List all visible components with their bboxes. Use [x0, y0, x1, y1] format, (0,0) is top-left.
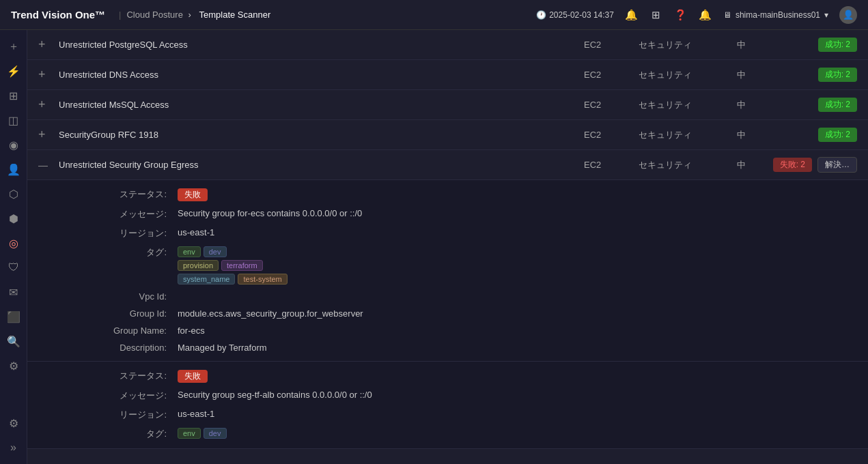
rule-name: SecurityGroup RFC 1918: [59, 130, 584, 140]
resource-type: EC2: [584, 100, 639, 110]
expand-button[interactable]: +: [38, 38, 59, 52]
sidebar-item-users[interactable]: 👤: [3, 158, 25, 180]
expand-button[interactable]: +: [38, 68, 59, 82]
sidebar-item-search[interactable]: 🔍: [3, 330, 25, 352]
message-label: メッセージ:: [82, 208, 178, 220]
fail-badge-2: 失敗: [178, 370, 208, 383]
group-id-label: Group Id:: [82, 308, 178, 319]
sidebar-item-alert[interactable]: ◎: [3, 232, 25, 254]
tag-dev-2: dev: [204, 428, 227, 439]
tags-value: env dev provision terraform system_name …: [178, 246, 827, 285]
table-row: + SecurityGroup RFC 1918 EC2 セキュリティ 中 成功…: [27, 120, 868, 150]
topbar-right: 🕐 2025-02-03 14:37 🔔 ⊞ ❓ 🔔 🖥 shima-mainB…: [536, 6, 857, 24]
table-row: + Unrestricted PostgreSQL Access EC2 セキュ…: [27, 30, 868, 60]
breadcrumb-current: Template Scanner: [199, 10, 270, 20]
category: セキュリティ: [639, 69, 720, 81]
group-name-value: for-ecs: [178, 325, 827, 336]
rule-name: Unrestricted DNS Access: [59, 70, 584, 80]
status-cell: 失敗: 2 解決…: [761, 157, 857, 173]
description-value: Managed by Terraform: [178, 343, 827, 353]
tag-system-name: system_name: [178, 274, 235, 285]
tag-dev: dev: [204, 246, 227, 257]
vpc-id-label: Vpc Id:: [82, 291, 178, 302]
sidebar-item-database[interactable]: ⬡: [3, 183, 25, 205]
sidebar-item-shield[interactable]: 🛡: [3, 257, 25, 278]
username-label: shima-mainBusiness01: [736, 10, 820, 20]
status-label-2: ステータス:: [82, 370, 178, 382]
status-value: 失敗: [178, 188, 827, 201]
user-dropdown-icon: ▾: [824, 10, 828, 20]
results-table: + Unrestricted PostgreSQL Access EC2 セキュ…: [27, 30, 868, 449]
tags-container-2: provision terraform: [178, 260, 827, 271]
resolve-button[interactable]: 解決…: [817, 157, 857, 173]
category: セキュリティ: [639, 99, 720, 111]
status-badge: 成功: 2: [818, 38, 857, 52]
user-menu[interactable]: 🖥 shima-mainBusiness01 ▾: [723, 10, 828, 20]
description-label: Description:: [82, 343, 178, 353]
region-label-2: リージョン:: [82, 409, 178, 421]
region-value-2: us-east-1: [178, 409, 827, 419]
clock-icon: 🕐: [536, 10, 546, 20]
sidebar-item-terminal[interactable]: ⬛: [3, 306, 25, 328]
resource-type: EC2: [584, 70, 639, 80]
severity: 中: [720, 159, 761, 171]
category: セキュリティ: [639, 39, 720, 51]
category: セキュリティ: [639, 159, 720, 171]
main-content: + Unrestricted PostgreSQL Access EC2 セキュ…: [27, 30, 868, 464]
status-label: ステータス:: [82, 188, 178, 201]
severity: 中: [720, 39, 761, 51]
tags-container: env dev: [178, 246, 827, 257]
rule-name: Unrestricted Security Group Egress: [59, 160, 584, 170]
sidebar-item-bolt[interactable]: ⚡: [3, 60, 25, 82]
expand-button[interactable]: —: [38, 160, 59, 171]
sidebar-item-scan[interactable]: ◉: [3, 134, 25, 156]
help-icon[interactable]: ❓: [674, 8, 688, 22]
breadcrumb-sep: ›: [188, 10, 191, 20]
datetime-display: 🕐 2025-02-03 14:37: [536, 10, 614, 20]
detail-row: ステータス: 失敗 メッセージ: Security group for-ecs …: [27, 180, 868, 362]
topbar-divider: |: [119, 10, 121, 20]
breadcrumb-root[interactable]: Cloud Posture: [126, 10, 182, 20]
sidebar-item-grid[interactable]: ⊞: [3, 85, 25, 106]
tag-env-2: env: [178, 428, 201, 439]
grid-apps-icon[interactable]: ⊞: [649, 8, 663, 22]
sidebar-item-add[interactable]: ＋: [3, 35, 25, 57]
app-logo: Trend Vision One™: [11, 9, 105, 20]
expand-button[interactable]: +: [38, 98, 59, 112]
status-cell: 成功: 2: [761, 68, 857, 82]
status-cell: 成功: 2: [761, 38, 857, 52]
breadcrumb: Cloud Posture › Template Scanner: [126, 10, 273, 20]
fail-badge: 失敗: [178, 188, 208, 201]
status-badge: 成功: 2: [818, 68, 857, 82]
message-value: Security group for-ecs contains 0.0.0.0/…: [178, 208, 827, 218]
sidebar-item-mail[interactable]: ✉: [3, 281, 25, 303]
sidebar-item-layers[interactable]: ◫: [3, 109, 25, 131]
severity: 中: [720, 99, 761, 111]
tag-provision: provision: [178, 260, 219, 271]
detail-row-2: ステータス: 失敗 メッセージ: Security group seg-tf-a…: [27, 362, 868, 449]
tag-terraform: terraform: [221, 260, 263, 271]
status-badge-fail: 失敗: 2: [773, 158, 812, 172]
tag-env: env: [178, 246, 201, 257]
resource-type: EC2: [584, 130, 639, 140]
topbar: Trend Vision One™ | Cloud Posture › Temp…: [0, 0, 868, 30]
message-label-2: メッセージ:: [82, 390, 178, 402]
status-badge: 成功: 2: [818, 128, 857, 142]
status-badge: 成功: 2: [818, 98, 857, 112]
sidebar-item-group[interactable]: ⬢: [3, 207, 25, 229]
detail-grid: ステータス: 失敗 メッセージ: Security group for-ecs …: [82, 188, 827, 353]
expand-button[interactable]: +: [38, 128, 59, 142]
table-row: — Unrestricted Security Group Egress EC2…: [27, 150, 868, 180]
sidebar-item-config[interactable]: ⚙: [3, 412, 25, 434]
sidebar-item-settings-group[interactable]: ⚙: [3, 355, 25, 377]
sidebar-item-more[interactable]: »: [3, 437, 25, 459]
status-cell: 成功: 2: [761, 98, 857, 112]
avatar[interactable]: 👤: [839, 6, 857, 24]
group-name-label: Group Name:: [82, 325, 178, 336]
tags-label-2: タグ:: [82, 428, 178, 440]
alert-icon[interactable]: 🔔: [699, 8, 712, 22]
severity: 中: [720, 129, 761, 141]
monitor-icon: 🖥: [723, 10, 731, 20]
rule-name: Unrestricted MsSQL Access: [59, 100, 584, 110]
notifications-bell-icon[interactable]: 🔔: [625, 8, 639, 22]
